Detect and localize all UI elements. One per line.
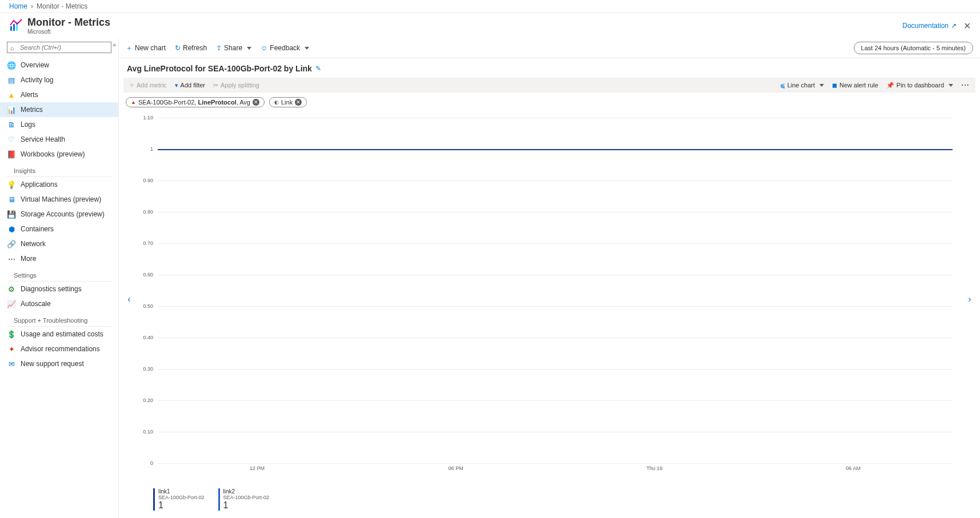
sidebar-item-diagnostics[interactable]: ⚙Diagnostics settings — [0, 282, 118, 296]
time-range-selector[interactable]: Last 24 hours (Automatic - 5 minutes) — [854, 42, 973, 54]
sidebar-item-autoscale[interactable]: 📈Autoscale — [0, 296, 118, 311]
grid-line — [158, 180, 953, 181]
alert-rule-icon: ◼ — [832, 82, 837, 89]
feedback-button[interactable]: ☺Feedback — [261, 44, 309, 52]
sidebar-item-logs[interactable]: 🗎Logs — [0, 117, 118, 132]
new-chart-button[interactable]: ＋New chart — [126, 43, 166, 53]
sidebar-item-vms[interactable]: 🖥Virtual Machines (preview) — [0, 192, 118, 207]
sidebar-item-workbooks[interactable]: 📕Workbooks (preview) — [0, 147, 118, 162]
breadcrumb-current: Monitor - Metrics — [37, 2, 87, 10]
monitor-icon — [9, 18, 23, 34]
sidebar-item-storage[interactable]: 💾Storage Accounts (preview) — [0, 207, 118, 222]
chip-close-icon[interactable]: ✕ — [253, 99, 259, 106]
network-icon: 🔗 — [7, 239, 16, 248]
chart-more-button[interactable]: ⋯ — [961, 81, 970, 90]
breadcrumb-home[interactable]: Home — [9, 2, 27, 10]
chart-type-selector[interactable]: ⫹Line chart — [780, 82, 824, 89]
documentation-link[interactable]: Documentation ↗ — [902, 22, 957, 30]
pin-dashboard-button[interactable]: 📌Pin to dashboard — [886, 82, 953, 89]
chart-data-line — [158, 149, 953, 150]
chart-canvas[interactable]: 1.1010.900.800.700.600.500.400.300.200.1… — [135, 112, 964, 486]
sidebar-item-support-request[interactable]: ✉New support request — [0, 356, 118, 371]
x-tick-label: 06 AM — [846, 465, 861, 471]
legend-resource: SEA-100Gb-Port-02 — [158, 495, 205, 500]
sidebar: « ⌕ 🌐Overview ▤Activity log ▲Alerts 📊Met… — [0, 38, 119, 518]
sidebar-item-overview[interactable]: 🌐Overview — [0, 58, 118, 73]
chart-legend: link1SEA-100Gb-Port-021link2SEA-100Gb-Po… — [119, 486, 980, 518]
y-tick-label: 0.40 — [143, 335, 153, 340]
sidebar-item-usage[interactable]: 💲Usage and estimated costs — [0, 327, 118, 342]
svg-rect-0 — [10, 26, 12, 31]
grid-line — [158, 306, 953, 307]
warning-icon: ▲ — [131, 99, 136, 105]
sidebar-item-more[interactable]: ⋯More — [0, 251, 118, 266]
diagnostics-icon: ⚙ — [7, 284, 16, 294]
sidebar-item-service-health[interactable]: ♡Service Health — [0, 132, 118, 147]
legend-resource: SEA-100Gb-Port-02 — [223, 495, 270, 500]
chart-grid — [158, 118, 953, 463]
share-button[interactable]: ⇪Share — [216, 44, 251, 52]
autoscale-icon: 📈 — [7, 299, 16, 308]
feedback-icon: ☺ — [261, 44, 267, 52]
split-chip-label: Link — [281, 99, 293, 106]
y-tick-label: 0.80 — [143, 209, 153, 215]
grid-line — [158, 369, 953, 370]
x-tick-label: Thu 19 — [646, 465, 662, 471]
sidebar-item-metrics[interactable]: 📊Metrics — [0, 102, 118, 117]
storage-icon: 💾 — [7, 210, 16, 219]
refresh-icon: ↻ — [175, 44, 181, 52]
chart-next-button[interactable]: › — [964, 112, 975, 486]
grid-line — [158, 212, 953, 212]
container-icon: ⬢ — [7, 224, 16, 234]
y-tick-label: 0.90 — [143, 178, 153, 183]
sidebar-item-activity-log[interactable]: ▤Activity log — [0, 73, 118, 87]
legend-item[interactable]: link1SEA-100Gb-Port-021 — [153, 488, 205, 511]
add-metric-button[interactable]: ✧Add metric — [129, 82, 167, 89]
plus-icon: ＋ — [126, 43, 133, 53]
legend-item[interactable]: link2SEA-100Gb-Port-021 — [218, 488, 270, 511]
y-tick-label: 0 — [150, 460, 153, 466]
legend-series-name: link2 — [223, 488, 270, 495]
sidebar-item-applications[interactable]: 💡Applications — [0, 177, 118, 192]
grid-line — [158, 400, 953, 401]
edit-title-icon[interactable]: ✎ — [315, 65, 321, 73]
sidebar-section-support: Support + Troubleshooting — [7, 311, 111, 327]
apply-splitting-button[interactable]: ✂Apply splitting — [213, 82, 259, 89]
y-tick-label: 0.60 — [143, 272, 153, 278]
sidebar-item-containers[interactable]: ⬢Containers — [0, 222, 118, 236]
refresh-button[interactable]: ↻Refresh — [175, 44, 207, 52]
sidebar-section-insights: Insights — [7, 162, 111, 177]
sidebar-item-alerts[interactable]: ▲Alerts — [0, 87, 118, 102]
grid-line — [158, 338, 953, 338]
chart-prev-button[interactable]: ‹ — [123, 112, 135, 486]
y-tick-label: 0.70 — [143, 240, 153, 246]
page-subtitle: Microsoft — [27, 29, 110, 35]
grid-line — [158, 243, 953, 244]
log-icon: ▤ — [7, 75, 16, 85]
chip-close-icon[interactable]: ✕ — [295, 99, 302, 106]
search-input[interactable] — [7, 42, 111, 53]
heart-icon: ♡ — [7, 135, 16, 144]
share-icon: ⇪ — [216, 44, 222, 52]
legend-value: 1 — [223, 500, 270, 511]
sidebar-item-network[interactable]: 🔗Network — [0, 236, 118, 251]
y-tick-label: 1.10 — [143, 115, 153, 121]
grid-line — [158, 118, 953, 118]
vm-icon: 🖥 — [7, 195, 16, 204]
y-tick-label: 0.30 — [143, 366, 153, 372]
new-alert-button[interactable]: ◼New alert rule — [832, 82, 878, 89]
split-chip[interactable]: ◐ Link ✕ — [269, 97, 307, 107]
app-icon: 💡 — [7, 180, 16, 189]
filter-chips-row: ▲ SEA-100Gb-Port-02, LineProtocol, Avg ✕… — [119, 93, 980, 112]
svg-rect-1 — [13, 24, 15, 31]
more-icon: ⋯ — [7, 254, 16, 263]
logs-icon: 🗎 — [7, 120, 16, 129]
external-link-icon: ↗ — [951, 22, 957, 30]
sidebar-item-advisor[interactable]: ✦Advisor recommendations — [0, 342, 118, 356]
close-icon[interactable]: ✕ — [963, 21, 971, 31]
add-filter-button[interactable]: ▾Add filter — [175, 82, 205, 89]
x-axis-labels: 12 PM06 PMThu 1906 AM — [158, 465, 953, 475]
page-title: Monitor - Metrics — [27, 17, 110, 29]
legend-value: 1 — [158, 500, 205, 511]
metric-chip[interactable]: ▲ SEA-100Gb-Port-02, LineProtocol, Avg ✕ — [126, 97, 265, 107]
